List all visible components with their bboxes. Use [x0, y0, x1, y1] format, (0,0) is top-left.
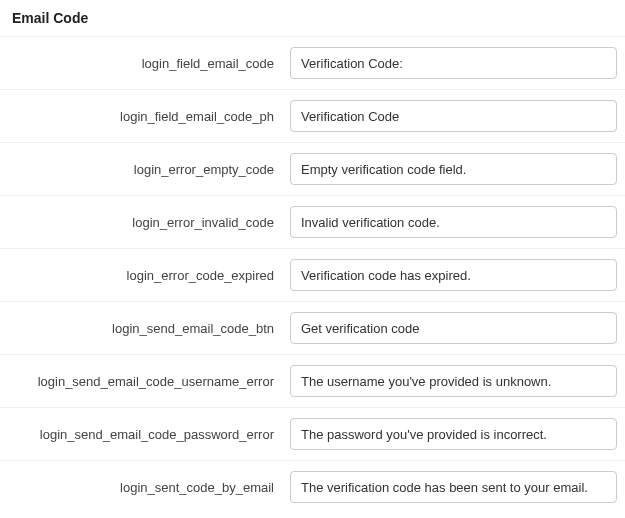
setting-key-label: login_send_email_code_password_error — [8, 427, 290, 442]
setting-row: login_field_email_code_ph — [0, 89, 625, 142]
setting-value-field — [290, 418, 617, 450]
setting-row: login_field_email_code — [0, 36, 625, 89]
setting-key-label: login_sent_code_by_email — [8, 480, 290, 495]
section-title: Email Code — [0, 0, 625, 36]
setting-row: login_error_invalid_code — [0, 195, 625, 248]
setting-key-label: login_field_email_code_ph — [8, 109, 290, 124]
setting-row: login_send_email_code_password_error — [0, 407, 625, 460]
setting-value-field — [290, 206, 617, 238]
setting-value-input[interactable] — [290, 365, 617, 397]
setting-value-input[interactable] — [290, 418, 617, 450]
setting-value-field — [290, 153, 617, 185]
setting-value-field — [290, 471, 617, 503]
setting-row: login_send_email_code_btn — [0, 301, 625, 354]
setting-value-input[interactable] — [290, 47, 617, 79]
setting-key-label: login_error_empty_code — [8, 162, 290, 177]
setting-row: login_send_email_code_username_error — [0, 354, 625, 407]
setting-value-input[interactable] — [290, 153, 617, 185]
setting-value-field — [290, 365, 617, 397]
setting-value-field — [290, 312, 617, 344]
setting-value-input[interactable] — [290, 206, 617, 238]
setting-value-input[interactable] — [290, 471, 617, 503]
setting-row: login_error_empty_code — [0, 142, 625, 195]
setting-row: login_sent_code_by_email — [0, 460, 625, 513]
setting-row: login_error_code_expired — [0, 248, 625, 301]
setting-key-label: login_send_email_code_btn — [8, 321, 290, 336]
setting-value-field — [290, 259, 617, 291]
setting-value-field — [290, 100, 617, 132]
setting-key-label: login_field_email_code — [8, 56, 290, 71]
setting-value-field — [290, 47, 617, 79]
setting-key-label: login_error_invalid_code — [8, 215, 290, 230]
setting-value-input[interactable] — [290, 259, 617, 291]
setting-key-label: login_error_code_expired — [8, 268, 290, 283]
setting-value-input[interactable] — [290, 312, 617, 344]
setting-key-label: login_send_email_code_username_error — [8, 374, 290, 389]
setting-value-input[interactable] — [290, 100, 617, 132]
